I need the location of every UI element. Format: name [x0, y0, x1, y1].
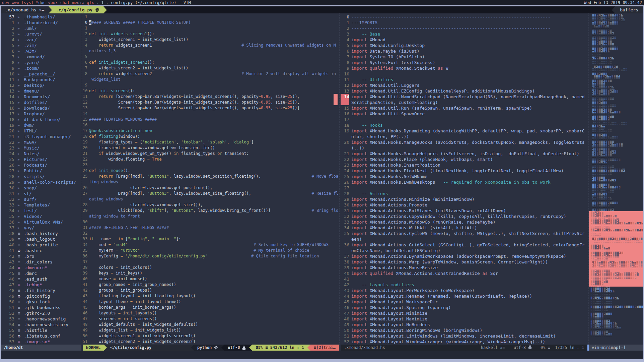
- minimap-line[interactable]: ⣷⣶⣿⣿⣿⣾⣻⣽⣷: [590, 226, 643, 229]
- code-line[interactable]: omClassName, buildDefaultGSConfig): [341, 248, 587, 253]
- minimap-line[interactable]: ⣽⣷⣶⣿⣿⣿⣾⣻⣽⣷⣶⣿: [590, 200, 643, 204]
- code-line[interactable]: 43import XMonad.Layout.PerWorkspace (onW…: [341, 288, 587, 293]
- minimap-line[interactable]: ⣶⣿⣿⣿⣾⣻⣽⣷: [590, 50, 643, 54]
- code-line[interactable]: 36import XMonad.Actions.GridSelect (GSCo…: [341, 242, 587, 248]
- minimap-line[interactable]: ⣿⣾⣻⣽⣷⣶⣿⣿⣿: [590, 154, 643, 158]
- code-line[interactable]: 26 start=lazy.window.get_position()),: [83, 185, 339, 191]
- code-line[interactable]: 34 mod = "mod4" # Sets mod key to SUPER/…: [83, 242, 339, 248]
- minimap-line[interactable]: ⣾⣻⣽⣷⣶⣿⣿⣿⣾⣻⣽: [590, 36, 643, 39]
- code-line[interactable]: 38 colors = init_colors(): [83, 265, 339, 270]
- code-line[interactable]: 47import XMonad.Layout.Minimize: [341, 310, 587, 316]
- minimap-line[interactable]: ⣷⣶⣿⣿⣿⣾⣻⣽⣷: [590, 197, 643, 200]
- minimap-pane[interactable]: ⣿⣿⣾⣻⣽⣷⣶⣿⣿⣿⣾⣻⣽⣷⣿⣿⣿⣾⣻⣽⣷⣶⣿⣿⣿⣾⣻⣽⣷⣶⣿⣿⣿⣾⣻⣽⣷⣶⣿⣿…: [589, 13, 643, 345]
- code-line[interactable]: 3 widgets_screen1 = init_widgets_list(): [83, 37, 339, 43]
- minimap-line[interactable]: ⣻⣽⣷⣶⣿⣿⣿⣾⣻: [590, 61, 643, 64]
- code-line[interactable]: 0##### SCREENS ##### (TRIPLE MONITOR SET…: [83, 20, 339, 25]
- minimap-line[interactable]: ⣿⣾⣻⣽⣷⣶⣿⣿: [590, 182, 643, 186]
- tree-row[interactable]: 39≡.bash_logout: [1, 236, 81, 242]
- tree-row[interactable]: 41⚙.bashrc: [1, 248, 81, 253]
- code-line[interactable]: 39import XMonad.Actions.MouseResize: [341, 265, 587, 270]
- minimap-line[interactable]: ⣷⣶⣿⣿⣿⣾: [590, 283, 643, 287]
- code-line[interactable]: 10: [341, 71, 587, 77]
- code-line[interactable]: 13 Screen(top=bar.Bar(widgets=init_widge…: [83, 105, 339, 111]
- code-line[interactable]: 1---IMPORTS: [341, 20, 587, 25]
- minimap-line[interactable]: ⣿⣾⣻⣽⣷⣶⣿⣿⣿⣾⣻⣽⣷⣶: [590, 326, 643, 329]
- minimap-line[interactable]: ⣿⣿⣾⣻⣽⣷⣶⣿⣿⣿: [590, 301, 643, 304]
- code-line[interactable]: 24import XMonad.Hooks.FloatNext (floatNe…: [341, 168, 587, 174]
- code-line[interactable]: 21 if window.window.get_wm_type() in flo…: [83, 151, 339, 157]
- minimap-line[interactable]: ⣷⣶⣿⣿⣿⣾⣻: [590, 25, 643, 28]
- workspace-list[interactable]: dev www [sys] *doc vbox chat media gfx :…: [0, 0, 191, 5]
- code-line[interactable]: 30import XMonad.Actions.Promote: [341, 202, 587, 208]
- tree-row[interactable]: 40≡.bash_profile: [1, 242, 81, 248]
- code-line[interactable]: 27 Drag([mod], "Button3", lazy.window.se…: [83, 191, 339, 196]
- code-line[interactable]: 37: [83, 259, 339, 265]
- code-line[interactable]: 16: [83, 122, 339, 128]
- code-line[interactable]: 50import XMonad.Layout.BoringWindows (bo…: [341, 327, 587, 333]
- minimap-line[interactable]: ⣶⣿⣿⣿⣾⣻⣽: [590, 193, 643, 197]
- minimap-line[interactable]: ⣿⣿⣾⣻⣽⣷: [590, 243, 643, 247]
- tree-row[interactable]: 19▶dwm/: [1, 122, 81, 128]
- code-line[interactable]: 47 screens = init_screens(): [83, 316, 339, 322]
- code-line[interactable]: 14import XMonad.Util.NamedScratchpad (Na…: [341, 94, 587, 100]
- code-line[interactable]: 15import XMonad.Util.Run (safeSpawn, uns…: [341, 105, 587, 111]
- code-line[interactable]: 35import XMonad.Actions.CycleWS (moveTo,…: [341, 231, 587, 236]
- minimap-line[interactable]: ⣾⣻⣽⣷⣶⣿⣿⣿⣾⣻⣽⣷⣶⣿⣿⣿⣾⣻⣽⣷⣶⣿⣿⣿⣾: [590, 236, 643, 240]
- code-line[interactable]: 11 -- Utilities: [341, 77, 587, 82]
- code-line[interactable]: 8 return widgets_screen2 # Monitor 2 wil…: [83, 71, 339, 77]
- tree-row[interactable]: 54≡.haxornewshistory: [1, 322, 81, 327]
- code-line[interactable]: 39 keys = init_keys(): [83, 270, 339, 276]
- code-line[interactable]: 49import XMonad.Layout.NoBorders: [341, 322, 587, 327]
- tree-row[interactable]: 45≡.dmrc: [1, 270, 81, 276]
- minimap-line[interactable]: ⣾⣻⣽⣷⣶⣿⣿⣿⣾⣻⣽⣷: [590, 322, 643, 326]
- tree-row[interactable]: 3▶.urxvt/: [1, 31, 81, 37]
- minimap-line[interactable]: ⣿⣿⣾⣻⣽⣷⣶: [590, 71, 643, 75]
- minimap-line[interactable]: ⣻⣽⣷⣶⣿⣿⣿⣾⣻⣽⣷: [590, 290, 643, 294]
- code-line[interactable]: 9: [83, 82, 339, 88]
- tree-row[interactable]: 11▶Backgrounds/: [1, 77, 81, 82]
- code-line[interactable]: 9import qualified XMonad.StackSet as W: [341, 65, 587, 71]
- code-line[interactable]: 18 -- Hooks: [341, 122, 587, 128]
- minimap-line[interactable]: ⣽⣷⣶⣿⣿⣿⣾⣻⣽: [590, 172, 643, 175]
- tree-row[interactable]: 52≡.gtkrc-2.0: [1, 310, 81, 316]
- code-line[interactable]: ScratchpadAction, customFloating): [341, 100, 587, 105]
- code-line[interactable]: 12 Screen(top=bar.Bar(widgets=init_widge…: [83, 100, 339, 105]
- tree-row[interactable]: 25▶Pictures/: [1, 157, 81, 162]
- code-line[interactable]: 15##### FLOATING WINDOWS #####: [83, 117, 339, 122]
- tree-row[interactable]: 50≡.gksu.lock: [1, 299, 81, 305]
- minimap-line[interactable]: ⣻⣽⣷⣶⣿: [590, 233, 643, 236]
- workspace-segment[interactable]: 1: [101, 0, 103, 5]
- minimap-line[interactable]: ⣿⣿⣿⣾⣻⣽⣷⣶⣿⣿: [590, 190, 643, 193]
- tab--c-q-config-py[interactable]: .c/q/config.py: [52, 6, 104, 13]
- minimap-line[interactable]: ⣷⣶⣿⣿: [590, 54, 643, 57]
- code-line[interactable]: 6import Data.Maybe (isJust): [341, 48, 587, 54]
- code-line[interactable]: 51 widgets_screen2 = init_widgets_screen…: [83, 339, 339, 345]
- minimap-line[interactable]: ⣿⣿⣿⣾⣻⣽⣷: [590, 161, 643, 165]
- tree-row[interactable]: 37▶yay/: [1, 225, 81, 231]
- code-line[interactable]: 7import System.IO (hPutStrLn): [341, 54, 587, 60]
- tree-row[interactable]: 12▶Desktop/: [1, 82, 81, 88]
- code-line[interactable]: 17@hook.subscribe.client_new: [83, 128, 339, 134]
- code-line[interactable]: 43 floating_layout = init_floating_layou…: [83, 293, 339, 299]
- minimap-line[interactable]: ⣽⣷⣶⣿⣿⣿⣾⣻⣽⣷⣶⣿⣿⣿: [590, 143, 643, 147]
- minimap-line[interactable]: ⣽⣷⣶⣿⣿⣿⣾⣻⣽⣷: [590, 57, 643, 61]
- code-line[interactable]: 35 myTerm = "urxvtc" # My terminal of ch…: [83, 248, 339, 253]
- code-line[interactable]: 28 start=lazy.window.get_size()),: [83, 202, 339, 208]
- minimap-line[interactable]: ⣿⣿⣿⣾⣻⣽⣷⣶⣿⣿⣿⣾⣻⣽⣷⣶⣿⣿⣿⣾⣻: [590, 276, 643, 279]
- minimap-line[interactable]: ⣿⣾⣻⣽⣷⣶⣿⣿⣿: [590, 268, 643, 272]
- minimap-line[interactable]: ⣷⣶⣿⣿⣿⣾⣻⣽⣷⣶⣿⣿⣿: [590, 111, 643, 115]
- minimap-line[interactable]: ⣿⣿⣾⣻⣽⣷⣶⣿⣿⣿: [590, 43, 643, 47]
- tree-row[interactable]: 14▶Documents/: [1, 94, 81, 100]
- minimap-line[interactable]: ⣻⣽⣷⣶⣿⣿: [590, 175, 643, 179]
- tree-row[interactable]: 24▶Notes/: [1, 151, 81, 157]
- minimap-line[interactable]: ⣽⣷⣶⣿⣿⣿: [590, 315, 643, 319]
- code-line[interactable]: 13import XMonad.Util.EZConfig (additiona…: [341, 88, 587, 94]
- file-tree-pane[interactable]: 57▶.thumbnails/1▶.thunderbird/2▶.uml/3▶.…: [1, 13, 81, 345]
- tree-row[interactable]: 23▶Music/: [1, 145, 81, 151]
- code-line[interactable]: 51import XMonad.Layout.LimitWindows (lim…: [341, 333, 587, 339]
- code-line[interactable]: 0---------------------------------------…: [341, 14, 587, 20]
- workspace-segment[interactable]: :: [94, 0, 101, 5]
- code-line[interactable]: 30: [83, 219, 339, 225]
- minimap-line[interactable]: ⣾⣻⣽⣷⣶⣿⣿⣿⣾⣻⣽: [590, 150, 643, 154]
- code-line[interactable]: 31import XMonad.Actions.RotSlaves (rotSl…: [341, 208, 587, 214]
